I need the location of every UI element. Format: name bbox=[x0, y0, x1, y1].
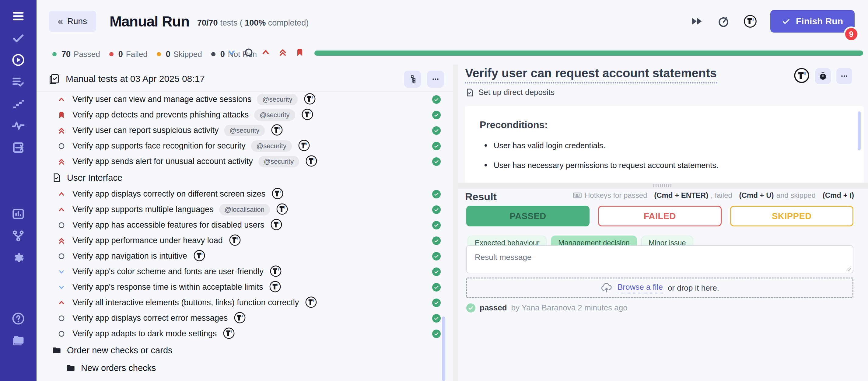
settings-gear-icon[interactable] bbox=[11, 251, 25, 265]
testomat-logo-icon[interactable] bbox=[304, 93, 316, 106]
double-chevron-up-icon[interactable] bbox=[57, 157, 66, 166]
file-dropzone[interactable]: Browse a file or drop it here. bbox=[466, 278, 854, 298]
folder-row[interactable]: Order new checks or cards bbox=[36, 342, 453, 359]
chevron-down-icon[interactable] bbox=[57, 282, 66, 292]
suite-title[interactable]: User Interface bbox=[67, 173, 122, 183]
runs-play-icon[interactable] bbox=[11, 53, 25, 67]
test-title[interactable]: Verify app's response time is within acc… bbox=[72, 282, 263, 292]
tree-view-button[interactable] bbox=[404, 71, 421, 88]
detail-timer-button[interactable] bbox=[815, 68, 831, 84]
test-row[interactable]: Verify user can report suspicious activi… bbox=[36, 123, 453, 138]
folder-title[interactable]: Order new checks or cards bbox=[67, 345, 173, 355]
import-icon[interactable] bbox=[11, 140, 25, 155]
testomat-logo-icon[interactable] bbox=[305, 155, 317, 168]
circle-icon[interactable] bbox=[57, 313, 66, 323]
circle-icon[interactable] bbox=[57, 251, 66, 261]
test-tag[interactable]: @security bbox=[254, 109, 295, 121]
test-row[interactable]: Verify app's color scheme and fonts are … bbox=[36, 264, 453, 279]
fast-forward-icon[interactable] bbox=[690, 14, 703, 28]
result-message-input[interactable] bbox=[466, 245, 854, 273]
plans-list-check-icon[interactable] bbox=[11, 75, 25, 89]
filter-chevron-down-icon[interactable] bbox=[227, 47, 237, 57]
testomat-logo-icon[interactable] bbox=[794, 68, 810, 85]
testomat-logo-icon[interactable] bbox=[270, 265, 282, 279]
test-tag[interactable]: @security bbox=[224, 125, 265, 136]
folder-row[interactable] bbox=[36, 377, 453, 381]
chevron-down-icon[interactable] bbox=[57, 267, 66, 277]
test-tag[interactable]: @security bbox=[257, 94, 298, 105]
suite-row[interactable]: User Interface bbox=[36, 169, 453, 186]
chevron-up-icon[interactable] bbox=[57, 189, 66, 199]
back-to-runs-button[interactable]: « Runs bbox=[49, 11, 96, 32]
filter-chevron-up-icon[interactable] bbox=[261, 47, 271, 57]
circle-icon[interactable] bbox=[57, 329, 66, 339]
testomat-logo-icon[interactable] bbox=[223, 327, 235, 341]
menu-icon[interactable] bbox=[11, 9, 25, 23]
test-tag[interactable]: @localisation bbox=[219, 204, 270, 216]
test-title[interactable]: Verify app's color scheme and fonts are … bbox=[72, 267, 264, 276]
folder-row[interactable]: New orders checks bbox=[36, 359, 453, 377]
testomat-logo-icon[interactable] bbox=[269, 281, 281, 294]
testomat-logo-icon[interactable] bbox=[271, 124, 283, 137]
filter-bookmark-icon[interactable] bbox=[295, 47, 305, 57]
detail-more-button[interactable] bbox=[836, 68, 852, 84]
testomat-logo-icon[interactable] bbox=[276, 203, 288, 216]
failed-button[interactable]: FAILED bbox=[598, 206, 721, 226]
panel-divider[interactable] bbox=[453, 65, 458, 381]
test-row[interactable]: Verify app sends alert for unusual accou… bbox=[36, 154, 453, 169]
test-row[interactable]: Verify app's response time is within acc… bbox=[36, 279, 453, 295]
suite-breadcrumb[interactable]: Set up direct deposits bbox=[465, 88, 555, 97]
test-title[interactable]: Verify app has accessible features for d… bbox=[72, 220, 264, 230]
folder-title[interactable]: New orders checks bbox=[81, 363, 156, 373]
circle-icon[interactable] bbox=[57, 220, 66, 230]
testomat-logo-icon[interactable] bbox=[298, 139, 310, 153]
tests-check-icon[interactable] bbox=[11, 31, 25, 45]
circle-icon[interactable] bbox=[57, 141, 66, 151]
test-tag[interactable]: @security bbox=[251, 140, 292, 152]
branch-icon[interactable] bbox=[11, 229, 25, 243]
test-title[interactable]: Verify app sends alert for unusual accou… bbox=[72, 157, 253, 166]
test-title[interactable]: Verify app detects and prevents phishing… bbox=[72, 110, 249, 120]
help-icon[interactable] bbox=[11, 312, 25, 326]
test-row[interactable]: Verify app displays correct error messag… bbox=[36, 310, 453, 326]
testomat-logo-icon[interactable] bbox=[229, 234, 241, 247]
test-title[interactable]: Verify all interactive elements (buttons… bbox=[72, 298, 299, 307]
passed-button[interactable]: PASSED bbox=[466, 206, 590, 226]
testomat-logo-icon[interactable] bbox=[301, 108, 313, 122]
test-row[interactable]: Verify app adapts to dark mode settings bbox=[36, 326, 453, 342]
testomat-logo-icon[interactable] bbox=[744, 14, 757, 28]
filter-circle-icon[interactable] bbox=[244, 47, 253, 57]
test-title[interactable]: Verify app navigation is intuitive bbox=[72, 251, 187, 261]
double-chevron-up-icon[interactable] bbox=[57, 236, 66, 246]
double-chevron-up-icon[interactable] bbox=[57, 126, 66, 135]
filter-double-chevron-up-icon[interactable] bbox=[278, 47, 288, 57]
projects-folder-icon[interactable] bbox=[11, 334, 25, 348]
testomat-logo-icon[interactable] bbox=[305, 296, 317, 310]
test-detail-title[interactable]: Verify user can request account statemen… bbox=[465, 66, 717, 84]
test-title[interactable]: Verify app displays correctly on differe… bbox=[72, 189, 266, 199]
test-row[interactable]: Verify all interactive elements (buttons… bbox=[36, 295, 453, 310]
analytics-icon[interactable] bbox=[11, 207, 25, 221]
test-tag[interactable]: @security bbox=[258, 156, 299, 167]
chevron-up-icon[interactable] bbox=[57, 205, 66, 215]
test-title[interactable]: Verify user can view and manage active s… bbox=[72, 95, 251, 104]
test-row[interactable]: Verify app detects and prevents phishing… bbox=[36, 107, 453, 123]
test-row[interactable]: Verify app supports multiple languages@l… bbox=[36, 202, 453, 217]
test-title[interactable]: Verify app displays correct error messag… bbox=[72, 313, 228, 323]
test-row[interactable]: Verify app displays correctly on differe… bbox=[36, 186, 453, 202]
testomat-logo-icon[interactable] bbox=[272, 187, 284, 201]
timer-icon[interactable] bbox=[717, 14, 730, 28]
test-row[interactable]: Verify user can view and manage active s… bbox=[36, 92, 453, 107]
test-row[interactable]: Verify app performance under heavy load bbox=[36, 233, 453, 248]
list-more-button[interactable] bbox=[427, 71, 444, 88]
skipped-button[interactable]: SKIPPED bbox=[730, 206, 854, 226]
steps-icon[interactable] bbox=[11, 97, 25, 111]
test-row[interactable]: Verify app navigation is intuitive bbox=[36, 248, 453, 264]
preconditions-scrollbar[interactable] bbox=[858, 112, 861, 150]
pulse-icon[interactable] bbox=[11, 119, 25, 133]
browse-file-link[interactable]: Browse a file bbox=[618, 282, 663, 293]
testomat-logo-icon[interactable] bbox=[234, 312, 246, 325]
test-title[interactable]: Verify app adapts to dark mode settings bbox=[72, 329, 217, 339]
test-title[interactable]: Verify user can report suspicious activi… bbox=[72, 126, 219, 135]
test-title[interactable]: Verify app supports multiple languages bbox=[72, 205, 214, 214]
